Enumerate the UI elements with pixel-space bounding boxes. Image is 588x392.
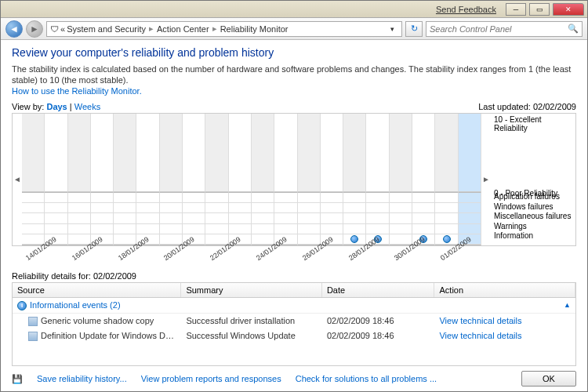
legend-row: Windows failures (494, 202, 572, 212)
chart-col-top[interactable] (22, 114, 45, 193)
chart-scroll-left[interactable]: ◄ (13, 114, 22, 245)
refresh-button[interactable]: ↻ (405, 21, 423, 37)
crumb-action-center[interactable]: Action Center (157, 24, 209, 34)
maximize-button[interactable]: ▭ (529, 3, 550, 16)
check-solutions-link[interactable]: Check for solutions to all problems ... (296, 374, 437, 383)
group-informational[interactable]: iInformational events (2) ▲ (13, 298, 575, 314)
footer: 💾 Save reliability history... View probl… (12, 366, 576, 387)
send-feedback-link[interactable]: Send Feedback (436, 5, 496, 14)
chart-col-top[interactable] (435, 114, 458, 193)
save-history-link[interactable]: Save reliability history... (37, 374, 127, 383)
last-updated: Last updated: 02/02/2009 (478, 102, 576, 111)
page-description: The stability index is calculated based … (12, 64, 576, 86)
chart-col-bottom[interactable] (459, 192, 481, 245)
details-table: Source Summary Date Action iInformationa… (12, 282, 576, 366)
row-icon (28, 317, 38, 326)
chart-col-bottom[interactable] (412, 192, 435, 245)
chart-col-top[interactable] (91, 114, 114, 193)
legend-row: Information (494, 231, 572, 241)
chart-col-bottom[interactable] (229, 192, 252, 245)
chart-col-bottom[interactable] (321, 192, 343, 245)
col-summary[interactable]: Summary (181, 283, 322, 297)
chart-col-top[interactable] (114, 114, 136, 193)
chart-col-bottom[interactable] (435, 192, 458, 245)
chart-col-bottom[interactable] (343, 192, 366, 245)
legend-row: Warnings (494, 222, 572, 232)
table-row[interactable]: Generic volume shadow copySuccessful dri… (13, 314, 575, 328)
info-dot-icon (350, 235, 358, 243)
table-row[interactable]: Definition Update for Windows De...Succe… (13, 328, 575, 343)
info-icon: i (17, 301, 27, 310)
chart-col-bottom[interactable] (205, 192, 228, 245)
details-header: Reliability details for: 02/02/2009 (12, 271, 576, 281)
col-action[interactable]: Action (434, 283, 575, 297)
view-details-link[interactable]: View technical details (434, 315, 575, 327)
chart-col-top[interactable] (412, 114, 435, 193)
search-box[interactable]: 🔍 (426, 21, 583, 37)
view-weeks-link[interactable]: Weeks (74, 102, 100, 111)
chart-col-top[interactable] (183, 114, 205, 193)
chart-col-bottom[interactable] (160, 192, 183, 245)
minimize-button[interactable]: ─ (506, 3, 526, 16)
chart-col-bottom[interactable] (183, 192, 205, 245)
chart-legend: 10 - Excellent Reliability 0 - Poor Reli… (491, 114, 575, 245)
titlebar: Send Feedback ─ ▭ ✕ (1, 1, 587, 18)
crumb-system-security[interactable]: System and Security (67, 24, 146, 34)
chart-col-bottom[interactable] (45, 192, 67, 245)
crumb-reliability-monitor[interactable]: Reliability Monitor (220, 24, 289, 34)
breadcrumb[interactable]: 🛡 « System and Security ▸ Action Center … (46, 21, 402, 37)
col-source[interactable]: Source (13, 283, 181, 297)
view-reports-link[interactable]: View problem reports and responses (141, 374, 281, 383)
chart-col-top[interactable] (298, 114, 321, 193)
ok-button[interactable]: OK (521, 371, 576, 387)
search-input[interactable] (430, 24, 579, 34)
folder-icon: 🛡 (50, 24, 59, 34)
col-date[interactable]: Date (322, 283, 435, 297)
legend-row: Miscellaneous failures (494, 212, 572, 222)
chart-col-top[interactable] (390, 114, 412, 193)
chart-col-top[interactable] (68, 114, 91, 193)
chart-col-bottom[interactable] (252, 192, 274, 245)
chart-col-top[interactable] (205, 114, 228, 193)
collapse-icon[interactable]: ▲ (564, 301, 571, 309)
chart-col-bottom[interactable] (68, 192, 91, 245)
chart-col-bottom[interactable] (390, 192, 412, 245)
navbar: ◄ ► 🛡 « System and Security ▸ Action Cen… (1, 18, 587, 40)
chart-col-bottom[interactable] (274, 192, 297, 245)
disk-icon: 💾 (12, 374, 23, 384)
chart-col-top[interactable] (459, 114, 481, 193)
chart-col-top[interactable] (343, 114, 366, 193)
chart-col-top[interactable] (160, 114, 183, 193)
chart-col-top[interactable] (229, 114, 252, 193)
chart-col-top[interactable] (45, 114, 67, 193)
chart-col-top[interactable] (274, 114, 297, 193)
chart-col-top[interactable] (366, 114, 389, 193)
view-by: View by: Days | Weeks (12, 102, 100, 111)
chart-col-bottom[interactable] (114, 192, 136, 245)
chart-col-top[interactable] (252, 114, 274, 193)
reliability-chart: ◄ ► 10 - Excellent Reliability 0 - Poor … (12, 113, 576, 246)
forward-button[interactable]: ► (26, 20, 43, 38)
legend-row: Application failures (494, 192, 572, 202)
row-icon (28, 332, 38, 341)
chart-col-top[interactable] (136, 114, 159, 193)
how-to-link[interactable]: How to use the Reliability Monitor. (12, 86, 576, 96)
info-dot-icon (443, 235, 451, 243)
close-button[interactable]: ✕ (553, 3, 584, 16)
chart-col-bottom[interactable] (298, 192, 321, 245)
chart-col-bottom[interactable] (91, 192, 114, 245)
content: Review your computer's reliability and p… (1, 40, 587, 391)
chart-scroll-right[interactable]: ► (481, 114, 491, 245)
breadcrumb-dropdown[interactable]: ▾ (386, 23, 398, 35)
back-button[interactable]: ◄ (5, 20, 23, 38)
view-days-link[interactable]: Days (46, 102, 67, 111)
view-details-link[interactable]: View technical details (434, 330, 575, 342)
search-icon: 🔍 (568, 24, 579, 34)
page-title: Review your computer's reliability and p… (12, 46, 576, 59)
chart-col-bottom[interactable] (136, 192, 159, 245)
chart-col-top[interactable] (321, 114, 343, 193)
chart-col-bottom[interactable] (22, 192, 45, 245)
